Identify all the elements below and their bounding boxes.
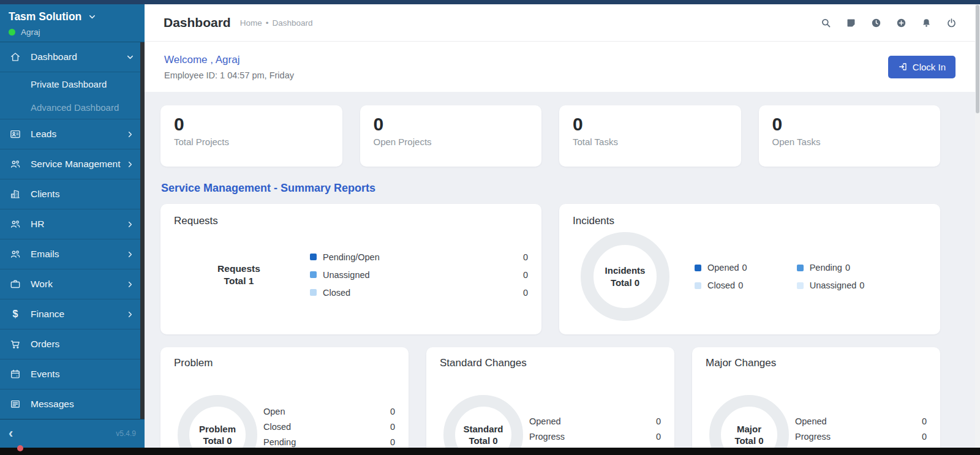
- bell-icon[interactable]: [920, 17, 933, 29]
- requests-card: Requests Requests Total 1 Pending/Open 0: [160, 204, 541, 334]
- note-icon[interactable]: [845, 17, 858, 29]
- legend-row: Closed 0: [263, 419, 395, 434]
- center-line1: Requests: [174, 263, 304, 274]
- home-icon: [9, 50, 22, 64]
- sidebar-scrollbar[interactable]: [140, 42, 145, 419]
- standard-changes-donut-chart: Standard Total 0: [443, 395, 523, 448]
- chevron-down-icon: [87, 12, 97, 22]
- sidebar-item-leads[interactable]: Leads: [0, 119, 145, 149]
- legend-value: 0: [738, 280, 743, 290]
- users-icon: [9, 157, 22, 171]
- problem-donut-chart: Problem Total 0: [178, 395, 257, 448]
- sidebar-item-label: Work: [31, 279, 125, 290]
- search-icon[interactable]: [820, 17, 832, 29]
- clock-icon[interactable]: [870, 17, 883, 29]
- legend-row: Closed 0: [695, 277, 747, 295]
- calendar-icon: [9, 367, 22, 381]
- page-title: Dashboard: [164, 15, 231, 30]
- power-icon[interactable]: [945, 17, 958, 29]
- center-line2: Total 0: [199, 435, 236, 447]
- sidebar-item-private-dashboard[interactable]: Private Dashboard: [0, 72, 145, 96]
- building-icon: [9, 187, 22, 201]
- sidebar-footer: ‹ v5.4.9: [0, 419, 145, 448]
- main-area: Dashboard Home • Dashboard: [145, 4, 975, 448]
- user-status-row: Agraj: [9, 28, 136, 37]
- card-title: Problem: [174, 357, 395, 369]
- legend-label: Progress: [529, 432, 565, 442]
- legend-value: 0: [845, 263, 850, 273]
- sidebar-item-label: Private Dashboard: [31, 79, 107, 89]
- standard-changes-card: Standard Changes Standard Total 0 Opened…: [426, 347, 674, 448]
- breadcrumb-home[interactable]: Home: [240, 18, 262, 28]
- legend-label: Closed: [323, 288, 350, 298]
- legend-label: Closed: [263, 422, 291, 432]
- version-label: v5.4.9: [116, 429, 136, 438]
- sidebar-item-label: Events: [31, 369, 135, 380]
- scrollbar-thumb[interactable]: [976, 5, 979, 113]
- sidebar-item-label: Service Management: [31, 159, 125, 170]
- legend-value: 0: [523, 270, 528, 280]
- stat-card-total-tasks[interactable]: 0 Total Tasks: [559, 105, 741, 167]
- stat-cards-row: 0 Total Projects 0 Open Projects 0 Total…: [160, 105, 940, 167]
- problem-body: Problem Total 0 Open 0 Closed 0: [174, 378, 395, 448]
- incidents-body: Incidents Total 0 Opened 0: [573, 232, 927, 321]
- legend-row: Pending 0: [797, 259, 865, 277]
- legend-row: Pending 0: [263, 434, 395, 448]
- legend-row: Opened 0: [695, 259, 747, 277]
- clock-in-button[interactable]: Clock In: [888, 56, 956, 78]
- header-actions: [820, 17, 958, 29]
- brand[interactable]: Tasm Solution: [9, 10, 136, 23]
- standard-changes-body: Standard Total 0 Opened 0 Progress 0: [440, 378, 661, 448]
- legend-row: Opened 0: [529, 413, 661, 429]
- legend-row: Opened 0: [795, 413, 927, 429]
- legend-row: Unassigned 0: [797, 277, 865, 295]
- sidebar-item-messages[interactable]: Messages: [0, 389, 145, 419]
- sidebar-item-advanced-dashboard[interactable]: Advanced Dashboard: [0, 96, 145, 119]
- standard-changes-legend: Opened 0 Progress 0: [529, 413, 661, 444]
- section-title: Service Management - Summary Reports: [161, 182, 940, 195]
- welcome-text-block: Welcome , Agraj Employee ID: 1 04:57 pm,…: [164, 54, 294, 80]
- legend-row: Pending/Open 0: [310, 248, 528, 266]
- legend-swatch: [695, 282, 701, 289]
- legend-value: 0: [742, 263, 747, 273]
- stat-card-open-projects[interactable]: 0 Open Projects: [360, 105, 542, 167]
- sidebar-item-orders[interactable]: Orders: [0, 329, 145, 359]
- sidebar-item-label: Emails: [31, 249, 125, 260]
- breadcrumb-current: Dashboard: [272, 18, 312, 28]
- legend-row: Progress 0: [795, 429, 927, 444]
- legend-row: Closed 0: [310, 284, 528, 301]
- stat-card-open-tasks[interactable]: 0 Open Tasks: [759, 105, 941, 167]
- sidebar-item-finance[interactable]: $ Finance: [0, 299, 145, 329]
- users-icon: [9, 217, 22, 231]
- sidebar-item-dashboard[interactable]: Dashboard: [0, 42, 145, 72]
- breadcrumb-separator: •: [266, 18, 269, 28]
- collapse-sidebar-icon[interactable]: ‹: [9, 427, 13, 440]
- incidents-donut-chart: Incidents Total 0: [581, 232, 669, 321]
- sign-in-icon: [898, 62, 908, 72]
- sidebar-item-hr[interactable]: HR: [0, 209, 145, 239]
- sidebar-item-label: Leads: [31, 129, 125, 140]
- legend-row: Unassigned 0: [310, 266, 528, 284]
- requests-center-label: Requests Total 1: [174, 263, 304, 287]
- sidebar-item-service-management[interactable]: Service Management: [0, 149, 145, 179]
- legend-value: 0: [390, 422, 395, 432]
- center-line1: Problem: [199, 423, 236, 435]
- center-line2: Total 0: [605, 277, 646, 289]
- sidebar-item-clients[interactable]: Clients: [0, 179, 145, 209]
- window-top-strip: [0, 0, 980, 4]
- incidents-legend: Opened 0 Closed 0: [695, 259, 864, 295]
- sidebar-item-work[interactable]: Work: [0, 269, 145, 299]
- requests-body: Requests Total 1 Pending/Open 0 Unassign…: [174, 248, 528, 301]
- sidebar-item-emails[interactable]: Emails: [0, 239, 145, 269]
- welcome-greeting: Welcome , Agraj: [164, 54, 294, 66]
- legend-label: Open: [263, 407, 285, 416]
- sidebar-item-events[interactable]: Events: [0, 359, 145, 389]
- center-line2: Total 1: [174, 275, 304, 287]
- plus-circle-icon[interactable]: [895, 17, 908, 29]
- dollar-icon: $: [9, 307, 22, 321]
- legend-label: Pending: [810, 263, 842, 273]
- dashboard-content: 0 Total Projects 0 Open Projects 0 Total…: [145, 92, 975, 448]
- center-line2: Total 0: [463, 435, 503, 447]
- page-scrollbar[interactable]: [975, 4, 980, 455]
- stat-card-total-projects[interactable]: 0 Total Projects: [160, 105, 342, 167]
